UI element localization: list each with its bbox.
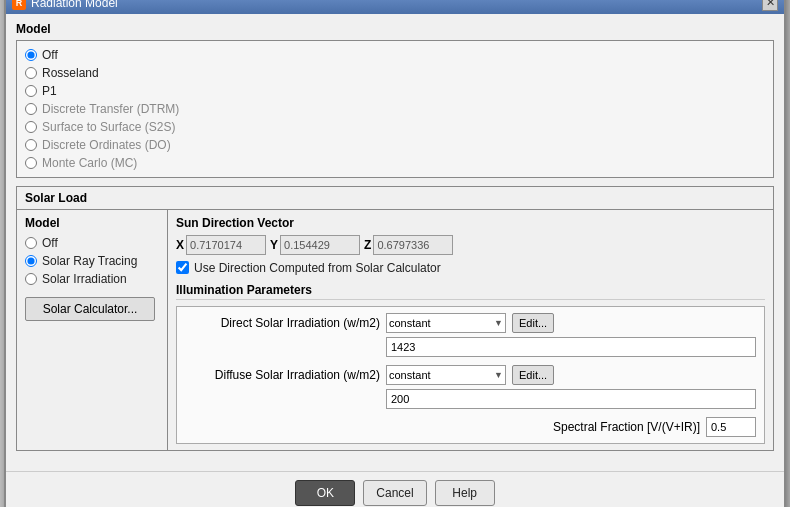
solar-load-section: Solar Load Model Off Solar Ray Tracing <box>16 186 774 451</box>
radiation-model-dialog: R Radiation Model ✕ Model Off Rosseland … <box>4 0 786 507</box>
illumination-section-box: Direct Solar Irradiation (w/m2) constant… <box>176 306 765 444</box>
model-radio-off[interactable] <box>25 49 37 61</box>
solar-model-radio-group: Off Solar Ray Tracing Solar Irradiation <box>25 235 159 287</box>
model-radio-do[interactable] <box>25 139 37 151</box>
title-bar: R Radiation Model ✕ <box>6 0 784 14</box>
model-radio-s2s[interactable] <box>25 121 37 133</box>
model-option-s2s[interactable]: Surface to Surface (S2S) <box>25 119 765 135</box>
model-option-do[interactable]: Discrete Ordinates (DO) <box>25 137 765 153</box>
model-label-dtrm: Discrete Transfer (DTRM) <box>42 102 179 116</box>
model-group-box: Off Rosseland P1 Discrete Transfer (DTRM… <box>16 40 774 178</box>
solar-model-label: Model <box>25 216 159 230</box>
model-radio-p1[interactable] <box>25 85 37 97</box>
solar-params-panel: Sun Direction Vector X Y Z <box>168 210 773 450</box>
dialog-title: Radiation Model <box>31 0 118 10</box>
diffuse-method-select[interactable]: constant profile udf <box>386 365 506 385</box>
dialog-footer: OK Cancel Help <box>6 471 784 508</box>
direct-value-row <box>185 337 756 357</box>
coord-z-field: Z <box>364 235 453 255</box>
spectral-fraction-input[interactable] <box>706 417 756 437</box>
sun-direction-label: Sun Direction Vector <box>176 216 765 230</box>
coord-y-field: Y <box>270 235 360 255</box>
use-direction-row[interactable]: Use Direction Computed from Solar Calcul… <box>176 261 765 275</box>
z-input[interactable] <box>373 235 453 255</box>
diffuse-method-wrapper: constant profile udf ▼ <box>386 365 506 385</box>
direct-irradiation-label: Direct Solar Irradiation (w/m2) <box>185 316 380 330</box>
model-radio-mc[interactable] <box>25 157 37 169</box>
sun-direction-row: X Y Z <box>176 235 765 255</box>
model-radio-dtrm[interactable] <box>25 103 37 115</box>
model-label-p1: P1 <box>42 84 57 98</box>
solar-radio-off[interactable] <box>25 237 37 249</box>
dialog-body: Model Off Rosseland P1 Discrete Transfer <box>6 14 784 467</box>
model-section-label: Model <box>16 22 774 36</box>
ok-button[interactable]: OK <box>295 480 355 506</box>
solar-label-ray: Solar Ray Tracing <box>42 254 137 268</box>
y-label: Y <box>270 238 278 252</box>
use-direction-checkbox[interactable] <box>176 261 189 274</box>
z-label: Z <box>364 238 371 252</box>
diffuse-irradiation-row: Diffuse Solar Irradiation (w/m2) constan… <box>185 365 756 385</box>
solar-label-off: Off <box>42 236 58 250</box>
solar-option-irradiation[interactable]: Solar Irradiation <box>25 271 159 287</box>
model-option-mc[interactable]: Monte Carlo (MC) <box>25 155 765 171</box>
model-option-dtrm[interactable]: Discrete Transfer (DTRM) <box>25 101 765 117</box>
model-label-mc: Monte Carlo (MC) <box>42 156 137 170</box>
model-label-do: Discrete Ordinates (DO) <box>42 138 171 152</box>
solar-load-body: Model Off Solar Ray Tracing Solar Irr <box>17 210 773 450</box>
diffuse-value-row <box>185 389 756 409</box>
solar-option-ray[interactable]: Solar Ray Tracing <box>25 253 159 269</box>
model-option-rosseland[interactable]: Rosseland <box>25 65 765 81</box>
model-label-s2s: Surface to Surface (S2S) <box>42 120 175 134</box>
diffuse-edit-button[interactable]: Edit... <box>512 365 554 385</box>
x-label: X <box>176 238 184 252</box>
x-input[interactable] <box>186 235 266 255</box>
model-radio-rosseland[interactable] <box>25 67 37 79</box>
diffuse-irradiation-label: Diffuse Solar Irradiation (w/m2) <box>185 368 380 382</box>
model-radio-group: Off Rosseland P1 Discrete Transfer (DTRM… <box>25 47 765 171</box>
solar-calculator-button[interactable]: Solar Calculator... <box>25 297 155 321</box>
spectral-fraction-label: Spectral Fraction [V/(V+IR)] <box>553 420 700 434</box>
help-button[interactable]: Help <box>435 480 495 506</box>
direct-edit-button[interactable]: Edit... <box>512 313 554 333</box>
illumination-params-label: Illumination Parameters <box>176 283 765 300</box>
solar-load-title: Solar Load <box>17 187 773 210</box>
dialog-icon: R <box>12 0 26 10</box>
spectral-fraction-row: Spectral Fraction [V/(V+IR)] <box>185 417 756 437</box>
direct-value-input[interactable] <box>386 337 756 357</box>
model-label-rosseland: Rosseland <box>42 66 99 80</box>
use-direction-label: Use Direction Computed from Solar Calcul… <box>194 261 441 275</box>
diffuse-value-input[interactable] <box>386 389 756 409</box>
solar-radio-ray[interactable] <box>25 255 37 267</box>
solar-model-panel: Model Off Solar Ray Tracing Solar Irr <box>17 210 168 450</box>
y-input[interactable] <box>280 235 360 255</box>
close-button[interactable]: ✕ <box>762 0 778 11</box>
solar-label-irradiation: Solar Irradiation <box>42 272 127 286</box>
model-option-off[interactable]: Off <box>25 47 765 63</box>
direct-irradiation-row: Direct Solar Irradiation (w/m2) constant… <box>185 313 756 333</box>
direct-method-wrapper: constant profile udf ▼ <box>386 313 506 333</box>
direct-method-select[interactable]: constant profile udf <box>386 313 506 333</box>
solar-radio-irradiation[interactable] <box>25 273 37 285</box>
model-option-p1[interactable]: P1 <box>25 83 765 99</box>
solar-option-off[interactable]: Off <box>25 235 159 251</box>
coord-x-field: X <box>176 235 266 255</box>
model-label-off: Off <box>42 48 58 62</box>
cancel-button[interactable]: Cancel <box>363 480 426 506</box>
